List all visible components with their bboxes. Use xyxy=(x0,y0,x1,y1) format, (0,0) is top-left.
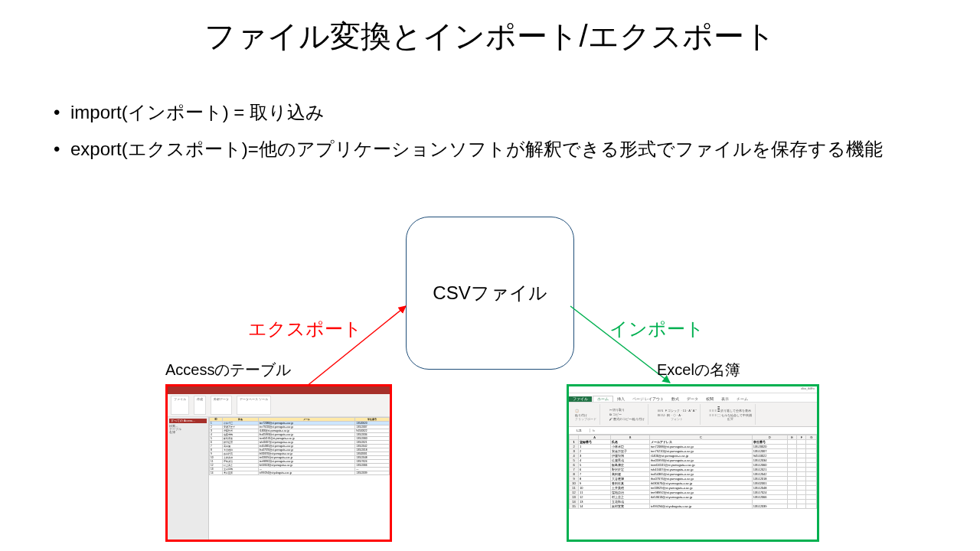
excel-row-number: 15 xyxy=(570,504,579,509)
access-datasheet: ID氏名メール学生番号1小林卓巨tan72088@st.yamagata-u.a… xyxy=(209,417,390,540)
export-label: エクスポート xyxy=(248,317,362,341)
font-name: ＭＳ Ｐゴシック xyxy=(658,409,680,412)
excel-align-group: ≡ ≡ ≡ ≣ 折り返して全体を表示 ≡ ≡ ≡ ⬚ セルを結合して中央揃 配置 xyxy=(707,404,756,425)
format-painter-label: 書式のコピー/貼り付け xyxy=(613,417,645,421)
excel-titlebar: dbo_tblEx xyxy=(569,386,817,393)
copy-label: コピー xyxy=(612,412,622,416)
access-ribbon: ファイル 作成 外部データ データベース ツール xyxy=(168,394,390,417)
excel-tab: 数式 xyxy=(668,396,683,402)
excel-tabbar: ファイル ホーム 挿入 ページ レイアウト 数式 データ 校閲 表示 チーム xyxy=(569,393,817,403)
excel-tab: データ xyxy=(683,396,702,402)
access-nav-pane: すべての Access… 検索… テーブル 名簿 xyxy=(168,417,209,540)
cut-label: 切り取り xyxy=(612,408,625,412)
font-size: 11 xyxy=(683,409,686,412)
access-caption: Accessのテーブル xyxy=(165,360,291,380)
excel-screenshot: dbo_tblEx ファイル ホーム 挿入 ページ レイアウト 数式 データ 校… xyxy=(567,384,819,542)
excel-tab: ページ レイアウト xyxy=(629,396,668,402)
slide: ファイル変換とインポート/エクスポート import(インポート) = 取り込み… xyxy=(0,0,980,551)
excel-formula-bar: L21 fx xyxy=(569,427,817,435)
clipboard-group-label: クリップボード xyxy=(575,418,596,421)
font-group-label: フォント xyxy=(658,418,696,421)
excel-font-group: ＭＳ Ｐゴシック · 11 · A˄ A˅ B I U · 田 · ◇ · A … xyxy=(655,404,700,425)
excel-tab: 挿入 xyxy=(613,396,629,402)
access-ribbon-tab: 作成 xyxy=(194,396,206,415)
import-arrow xyxy=(0,0,980,551)
access-nav-title: すべての Access… xyxy=(169,419,207,423)
excel-cell: 奥村宣寛 xyxy=(611,504,650,509)
paste-icon: 📋 xyxy=(575,409,596,412)
excel-row: 1514奥村宣寛tcf99294@st.yabagata-u.ac.jp1351… xyxy=(570,504,817,509)
excel-caption: Excelの名簿 xyxy=(657,360,740,380)
fx-icon: fx xyxy=(590,429,597,432)
access-titlebar xyxy=(168,386,390,394)
merge-label: セルを結合して中央揃 xyxy=(721,413,752,417)
access-cell: 奥村宣寛 xyxy=(223,471,259,475)
access-ribbon-tab: データベース ツール xyxy=(237,396,271,415)
excel-cell: 13512039 xyxy=(752,504,787,509)
access-nav-item: 名簿 xyxy=(169,431,207,434)
excel-clipboard-side: ✂ 切り取り ⧉ コピー 🖌 書式のコピー/貼り付け xyxy=(606,404,648,425)
excel-tab: 表示 xyxy=(717,396,733,402)
excel-clipboard-group: 📋 貼り付け クリップボード xyxy=(572,404,600,425)
wrap-label: 折り返して全体を表示 xyxy=(720,409,751,412)
excel-namebox: L21 xyxy=(569,429,590,432)
excel-cell: tcf99294@st.yabagata-u.ac.jp xyxy=(649,504,752,509)
excel-home-tab: ホーム xyxy=(593,396,613,402)
excel-ribbon: 📋 貼り付け クリップボード ✂ 切り取り ⧉ コピー 🖌 書式のコピー/貼り付… xyxy=(569,403,817,427)
access-screenshot: ファイル 作成 外部データ データベース ツール すべての Access… 検索… xyxy=(165,384,392,542)
excel-empty-cell xyxy=(806,504,817,509)
access-ribbon-tab: 外部データ xyxy=(211,396,232,415)
excel-empty-cell xyxy=(787,504,797,509)
access-ribbon-tab: ファイル xyxy=(171,396,189,415)
access-row: 14奥村宣寛tcf99294@st.yabagata-u.ac.jp135120… xyxy=(210,471,390,475)
excel-grid: ABCDEFG1登録番号氏名メールアドレス学生番号21小林卓巨tan72088@… xyxy=(569,435,817,540)
access-cell: 14 xyxy=(210,471,223,475)
excel-tab: チーム xyxy=(733,396,752,402)
excel-tab: 校閲 xyxy=(702,396,717,402)
access-cell: 13512039 xyxy=(355,471,390,475)
align-group-label: 配置 xyxy=(710,418,752,421)
excel-cell: 14 xyxy=(579,504,611,509)
import-label: インポート xyxy=(609,317,704,341)
access-cell: tcf99294@st.yabagata-u.ac.jp xyxy=(258,471,355,475)
paste-label: 貼り付け xyxy=(575,413,596,417)
excel-empty-cell xyxy=(797,504,806,509)
excel-file-tab: ファイル xyxy=(569,396,592,402)
